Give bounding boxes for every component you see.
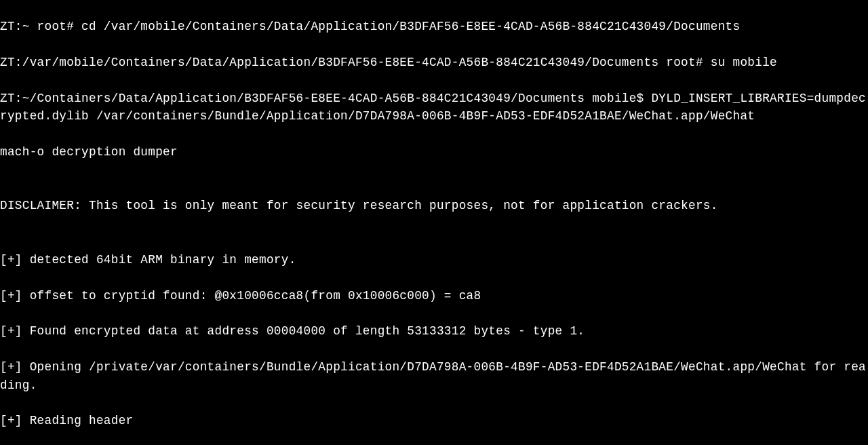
terminal-line: [+] Opening /private/var/containers/Bund… bbox=[0, 358, 868, 394]
terminal-line: [+] Reading header bbox=[0, 412, 868, 429]
terminal-line: mach-o decryption dumper bbox=[0, 143, 868, 161]
terminal-line: [+] detected 64bit ARM binary in memory. bbox=[0, 251, 868, 269]
terminal-line: [+] offset to cryptid found: @0x10006cca… bbox=[0, 287, 868, 305]
terminal-window[interactable]: ZT:~ root# cd /var/mobile/Containers/Dat… bbox=[0, 0, 868, 445]
terminal-line: ZT:~/Containers/Data/Application/B3DFAF5… bbox=[0, 90, 868, 125]
terminal-line: ZT:/var/mobile/Containers/Data/Applicati… bbox=[0, 54, 868, 71]
terminal-line: DISCLAIMER: This tool is only meant for … bbox=[0, 197, 868, 214]
terminal-line: [+] Found encrypted data at address 0000… bbox=[0, 322, 868, 340]
terminal-line: ZT:~ root# cd /var/mobile/Containers/Dat… bbox=[0, 18, 868, 35]
